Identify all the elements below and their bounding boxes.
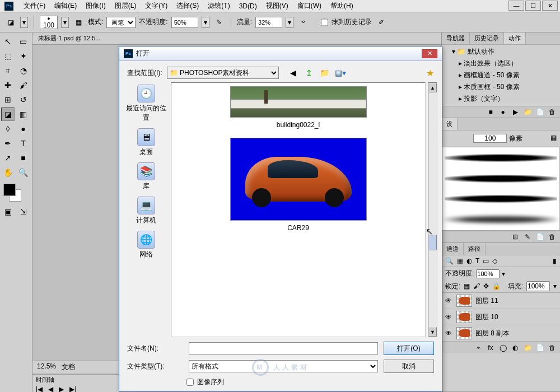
file-item[interactable]: CAR29 bbox=[230, 138, 367, 232]
brush-dropdown[interactable]: ▾ bbox=[61, 17, 69, 28]
timeline-prev-icon[interactable]: ◀ bbox=[48, 385, 53, 392]
place-network[interactable]: 🌐网络 bbox=[137, 231, 155, 259]
menu-edit[interactable]: 编辑(E) bbox=[50, 1, 81, 11]
lock-all-icon[interactable]: 🔒 bbox=[492, 282, 501, 290]
brush-presets[interactable] bbox=[442, 147, 560, 231]
path-select-tool[interactable]: ↗ bbox=[1, 151, 15, 165]
layer-row[interactable]: 👁 图层 11 bbox=[442, 293, 560, 309]
back-icon[interactable]: ◀ bbox=[288, 67, 299, 78]
snap-icon[interactable]: ⊟ bbox=[511, 233, 520, 241]
doc-info[interactable]: 文档 bbox=[62, 362, 75, 372]
brush-preview[interactable]: ●100 bbox=[40, 16, 58, 29]
healing-tool[interactable]: ✚ bbox=[1, 78, 15, 92]
layer-row[interactable]: 👁 图层 10 bbox=[442, 309, 560, 325]
file-list[interactable]: building0022_l CAR29 bbox=[171, 82, 426, 337]
filter-adjust-icon[interactable]: ◐ bbox=[466, 257, 472, 265]
lock-transparency-icon[interactable]: ▦ bbox=[464, 282, 470, 290]
filetype-select[interactable]: 所有格式 bbox=[189, 360, 378, 372]
open-button[interactable]: 打开(O) bbox=[384, 342, 434, 355]
screen-mode-icon[interactable]: ⇲ bbox=[17, 205, 30, 218]
zoom-tool[interactable]: 🔍 bbox=[17, 166, 30, 179]
place-recent[interactable]: 🕘最近访问的位置 bbox=[124, 85, 169, 123]
place-desktop[interactable]: 🖥桌面 bbox=[137, 128, 155, 157]
fill-dropdown-icon[interactable]: ▾ bbox=[553, 282, 557, 290]
zoom-level[interactable]: 12.5% bbox=[37, 362, 56, 372]
action-set[interactable]: ▾ 📁 默认动作 bbox=[442, 46, 560, 58]
tool-preset-dropdown[interactable]: ▾ bbox=[20, 17, 28, 28]
trash-icon[interactable]: 🗑 bbox=[548, 233, 557, 241]
filename-input[interactable] bbox=[189, 342, 378, 354]
shape-tool[interactable]: ■ bbox=[17, 151, 30, 165]
stamp-tool[interactable]: ⊞ bbox=[1, 93, 15, 106]
maximize-button[interactable]: ☐ bbox=[525, 1, 541, 11]
scroll-track[interactable] bbox=[428, 92, 437, 327]
trash-icon[interactable]: 🗑 bbox=[548, 344, 557, 352]
play-icon[interactable]: ▶ bbox=[511, 108, 520, 116]
file-item[interactable]: building0022_l bbox=[230, 86, 367, 129]
up-icon[interactable]: ↥ bbox=[304, 67, 315, 78]
type-tool[interactable]: T bbox=[17, 137, 30, 150]
brush-stroke-preview[interactable] bbox=[445, 213, 557, 226]
layer-name[interactable]: 图层 11 bbox=[475, 296, 498, 306]
brush-panel-icon[interactable]: ▦ bbox=[72, 16, 85, 29]
move-tool[interactable]: ↖ bbox=[1, 35, 15, 48]
dialog-titlebar[interactable]: Ps 打开 ✕ bbox=[119, 46, 442, 61]
lock-pixels-icon[interactable]: 🖌 bbox=[473, 282, 480, 290]
document-tab[interactable]: 未标题-1.psd @ 12.5... bbox=[32, 32, 441, 45]
pressure-opacity-icon[interactable]: ✎ bbox=[213, 16, 225, 29]
color-swatches[interactable] bbox=[1, 184, 31, 204]
record-icon[interactable]: ● bbox=[498, 108, 507, 116]
hand-tool[interactable]: ✋ bbox=[1, 166, 15, 179]
brush-options-icon[interactable]: ▦ bbox=[550, 134, 557, 142]
menu-type[interactable]: 文字(Y) bbox=[141, 1, 172, 11]
lock-position-icon[interactable]: ✥ bbox=[483, 282, 489, 290]
tab-navigator[interactable]: 导航器 bbox=[442, 32, 470, 44]
minimize-button[interactable]: — bbox=[508, 1, 524, 11]
layer-opacity-input[interactable] bbox=[476, 269, 500, 278]
brush-size-input[interactable] bbox=[473, 134, 507, 143]
pressure-size-icon[interactable]: ✐ bbox=[375, 16, 388, 29]
group-icon[interactable]: 📁 bbox=[523, 344, 532, 352]
history-brush-tool[interactable]: ↺ bbox=[17, 93, 30, 106]
fill-input[interactable] bbox=[526, 281, 550, 291]
image-sequence-checkbox[interactable] bbox=[186, 379, 194, 386]
timeline-next-icon[interactable]: ▶| bbox=[69, 385, 76, 392]
action-item[interactable]: ▸ 淡出效果（选区） bbox=[442, 58, 560, 69]
flow-dropdown[interactable]: ▾ bbox=[286, 17, 293, 28]
quick-mask-icon[interactable]: ▣ bbox=[1, 205, 15, 218]
opacity-dropdown-icon[interactable]: ▾ bbox=[502, 270, 505, 278]
artboard-tool[interactable]: ▭ bbox=[17, 35, 30, 48]
flow-input[interactable] bbox=[255, 17, 282, 28]
crop-tool[interactable]: ⌗ bbox=[1, 64, 15, 77]
new-action-icon[interactable]: 📄 bbox=[535, 108, 544, 116]
dodge-tool[interactable]: ● bbox=[17, 122, 30, 136]
view-menu-icon[interactable]: ▦▾ bbox=[335, 67, 346, 78]
menu-3d[interactable]: 3D(D) bbox=[235, 2, 262, 10]
trash-icon[interactable]: 🗑 bbox=[548, 108, 557, 116]
brush-stroke-preview[interactable] bbox=[445, 151, 557, 165]
new-layer-icon[interactable]: 📄 bbox=[535, 344, 544, 352]
magic-wand-tool[interactable]: ✦ bbox=[17, 49, 30, 63]
layer-thumbnail[interactable] bbox=[456, 311, 472, 323]
place-computer[interactable]: 💻计算机 bbox=[136, 197, 156, 225]
place-libraries[interactable]: 📚库 bbox=[137, 162, 155, 191]
opacity-input[interactable] bbox=[171, 17, 198, 28]
brush-stroke-preview[interactable] bbox=[445, 192, 557, 206]
file-scrollbar[interactable]: ▲ ▼ bbox=[428, 82, 437, 337]
mode-select[interactable]: 画笔 bbox=[106, 17, 136, 28]
tab-history[interactable]: 历史记录 bbox=[470, 32, 504, 44]
menu-layer[interactable]: 图层(L) bbox=[110, 1, 141, 11]
timeline-first-icon[interactable]: |◀ bbox=[36, 385, 43, 392]
tab-paths[interactable]: 路径 bbox=[464, 243, 486, 255]
opacity-dropdown[interactable]: ▾ bbox=[202, 17, 209, 28]
filter-shape-icon[interactable]: ▭ bbox=[483, 257, 489, 265]
pen-tool[interactable]: ✒ bbox=[1, 137, 15, 150]
link-icon[interactable]: 𝄐 bbox=[474, 344, 483, 352]
new-set-icon[interactable]: 📁 bbox=[523, 108, 532, 116]
layer-row[interactable]: 👁 图层 8 副本 bbox=[442, 325, 560, 342]
fx-icon[interactable]: fx bbox=[486, 344, 495, 352]
timeline-play-icon[interactable]: ▶ bbox=[59, 385, 64, 392]
favorites-icon[interactable]: ★ bbox=[426, 68, 434, 78]
filter-type-icon[interactable]: T bbox=[475, 257, 479, 265]
action-item[interactable]: ▸ 投影（文字） bbox=[442, 93, 560, 105]
